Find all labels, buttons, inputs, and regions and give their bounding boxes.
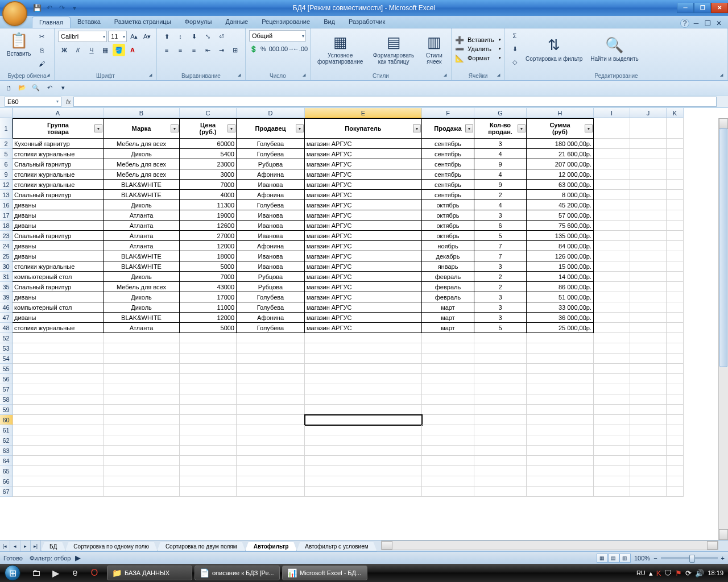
cell[interactable] (594, 261, 630, 272)
conditional-format-button[interactable]: ▦Условное форматирование (314, 32, 366, 66)
cell[interactable]: 2 (474, 272, 527, 282)
cell[interactable] (667, 241, 684, 251)
cell[interactable] (594, 405, 630, 415)
column-header[interactable]: I (594, 108, 630, 118)
tray-update-icon[interactable]: ⟳ (685, 569, 692, 577)
row-header[interactable]: 18 (0, 221, 13, 231)
cell[interactable] (527, 435, 594, 446)
cell[interactable] (305, 374, 422, 384)
cell[interactable] (305, 333, 422, 343)
cell[interactable] (630, 180, 667, 190)
cell[interactable] (667, 169, 684, 180)
header-cell[interactable] (667, 118, 684, 139)
cell[interactable] (237, 343, 305, 354)
cell[interactable] (594, 374, 630, 384)
cell[interactable] (667, 425, 684, 435)
row-header[interactable]: 56 (0, 374, 13, 384)
cell[interactable] (594, 221, 630, 231)
cell[interactable] (594, 466, 630, 476)
column-header[interactable]: C (180, 108, 237, 118)
cell[interactable] (13, 405, 104, 415)
row-header[interactable]: 2 (0, 139, 13, 149)
qat2-undo-icon[interactable]: ↶ (43, 82, 56, 94)
cell[interactable]: Афонина (237, 241, 305, 251)
fill-color-icon[interactable]: 🪣 (113, 44, 125, 56)
cell[interactable]: 12600 (180, 221, 237, 231)
cell[interactable] (594, 313, 630, 323)
cell[interactable] (667, 323, 684, 333)
cell[interactable] (180, 466, 237, 476)
cell[interactable] (180, 425, 237, 435)
cell[interactable]: Афонина (237, 313, 305, 323)
doc-close-icon[interactable]: ✕ (714, 19, 723, 28)
cell[interactable]: Голубева (237, 139, 305, 149)
row-header[interactable]: 54 (0, 354, 13, 364)
cell[interactable]: 23000 (180, 159, 237, 169)
increase-decimal-icon[interactable]: .00→ (280, 43, 293, 55)
cell[interactable] (527, 333, 594, 343)
cell[interactable]: 25 000,00р. (527, 323, 594, 333)
pinned-opera-icon[interactable]: O (85, 566, 104, 580)
percent-icon[interactable]: % (259, 43, 267, 55)
cell[interactable] (667, 272, 684, 282)
row-header[interactable]: 63 (0, 446, 13, 456)
fx-icon[interactable]: fx (66, 98, 71, 105)
taskbar-item[interactable]: 📄описание к БДЗ [Ре... (195, 566, 280, 580)
row-header[interactable]: 57 (0, 384, 13, 394)
align-center-icon[interactable]: ≡ (174, 44, 187, 56)
cell[interactable] (13, 394, 104, 405)
cell[interactable]: Диколь (104, 292, 180, 302)
row-header[interactable]: 52 (0, 333, 13, 343)
increase-indent-icon[interactable]: ⇥ (215, 44, 228, 56)
cell[interactable] (527, 446, 594, 456)
header-cell[interactable]: Сумма(руб)▼ (527, 118, 594, 139)
cell[interactable] (305, 384, 422, 394)
cell[interactable]: столики журнальные (13, 180, 104, 190)
header-cell[interactable]: Кол-вопродан.▼ (474, 118, 527, 139)
cell[interactable]: 3000 (180, 169, 237, 180)
cell[interactable]: магазин АРГУС (305, 190, 422, 200)
cell[interactable] (594, 394, 630, 405)
cell[interactable]: Атланта (104, 210, 180, 221)
cell[interactable]: диваны (13, 210, 104, 221)
cells-delete-button[interactable]: ➖Удалить▾ (455, 45, 501, 53)
cell[interactable]: Рубцова (237, 159, 305, 169)
cell[interactable] (422, 425, 474, 435)
cell[interactable]: октябрь (422, 221, 474, 231)
cell[interactable]: 15 000,00р. (527, 261, 594, 272)
cell[interactable] (237, 354, 305, 364)
cell[interactable] (305, 343, 422, 354)
cell[interactable] (667, 456, 684, 466)
doc-restore-icon[interactable]: ❐ (703, 19, 712, 28)
tray-k-icon[interactable]: K (656, 569, 661, 577)
cell[interactable]: октябрь (422, 200, 474, 210)
cell[interactable] (237, 394, 305, 405)
cell[interactable]: 2 (474, 282, 527, 292)
cell[interactable]: 207 000,00р. (527, 159, 594, 169)
row-header[interactable]: 16 (0, 200, 13, 210)
qat-dropdown-icon[interactable]: ▾ (69, 3, 80, 13)
cell[interactable] (527, 364, 594, 374)
cell[interactable]: столики журнальные (13, 323, 104, 333)
format-table-button[interactable]: ▤Форматировать как таблицу (367, 32, 419, 66)
filter-button[interactable]: ▼ (465, 124, 473, 132)
vertical-scrollbar[interactable] (718, 118, 728, 540)
cell[interactable] (237, 374, 305, 384)
cell[interactable]: 19000 (180, 210, 237, 221)
cell[interactable]: Спальный гарнитур (13, 159, 104, 169)
cell[interactable] (474, 384, 527, 394)
cell[interactable]: январь (422, 261, 474, 272)
cell[interactable] (104, 354, 180, 364)
sheet-tab[interactable]: Автофильтр (245, 542, 297, 551)
cell[interactable] (667, 200, 684, 210)
cell[interactable] (104, 394, 180, 405)
paste-button[interactable]: 📋 Вставить (3, 30, 34, 58)
view-normal-icon[interactable]: ▦ (597, 554, 608, 563)
cell[interactable] (237, 405, 305, 415)
name-box[interactable]: E60 (5, 97, 61, 107)
cell[interactable] (180, 343, 237, 354)
cell[interactable] (474, 466, 527, 476)
cell[interactable]: 3 (474, 261, 527, 272)
cell[interactable]: 4 (474, 169, 527, 180)
sheet-nav-first[interactable]: |◂ (0, 541, 10, 551)
